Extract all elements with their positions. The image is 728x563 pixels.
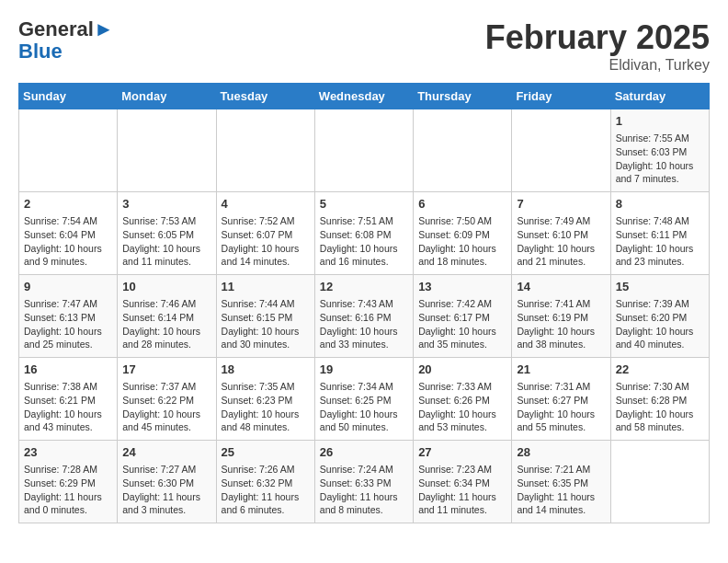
day-info: Sunrise: 7:52 AM Sunset: 6:07 PM Dayligh…	[222, 214, 310, 269]
day-number: 3	[122, 196, 210, 213]
day-number: 27	[418, 444, 506, 461]
day-number: 17	[122, 362, 210, 378]
day-cell: 1Sunrise: 7:55 AM Sunset: 6:03 PM Daylig…	[610, 109, 709, 192]
day-info: Sunrise: 7:41 AM Sunset: 6:19 PM Dayligh…	[517, 297, 605, 351]
day-info: Sunrise: 7:34 AM Sunset: 6:25 PM Dayligh…	[320, 380, 408, 434]
day-info: Sunrise: 7:21 AM Sunset: 6:35 PM Dayligh…	[517, 463, 605, 517]
day-info: Sunrise: 7:23 AM Sunset: 6:34 PM Dayligh…	[418, 463, 506, 517]
day-cell: 19Sunrise: 7:34 AM Sunset: 6:25 PM Dayli…	[314, 358, 413, 441]
day-cell: 4Sunrise: 7:52 AM Sunset: 6:07 PM Daylig…	[216, 192, 314, 275]
day-info: Sunrise: 7:44 AM Sunset: 6:15 PM Dayligh…	[222, 297, 310, 351]
day-cell	[610, 441, 709, 523]
week-row-1: 1Sunrise: 7:55 AM Sunset: 6:03 PM Daylig…	[19, 109, 710, 192]
day-cell: 27Sunrise: 7:23 AM Sunset: 6:34 PM Dayli…	[414, 441, 512, 523]
day-cell	[512, 109, 610, 192]
day-cell: 15Sunrise: 7:39 AM Sunset: 6:20 PM Dayli…	[610, 275, 709, 358]
day-cell	[19, 109, 118, 192]
day-cell: 13Sunrise: 7:42 AM Sunset: 6:17 PM Dayli…	[414, 275, 512, 358]
day-cell: 9Sunrise: 7:47 AM Sunset: 6:13 PM Daylig…	[19, 275, 118, 358]
day-cell	[216, 109, 314, 192]
day-header-saturday: Saturday	[610, 84, 709, 109]
day-cell: 25Sunrise: 7:26 AM Sunset: 6:32 PM Dayli…	[216, 441, 314, 523]
day-info: Sunrise: 7:26 AM Sunset: 6:32 PM Dayligh…	[222, 463, 310, 517]
day-number: 12	[320, 279, 408, 295]
day-header-tuesday: Tuesday	[216, 84, 314, 109]
day-info: Sunrise: 7:27 AM Sunset: 6:30 PM Dayligh…	[122, 463, 210, 517]
day-header-sunday: Sunday	[19, 84, 118, 109]
day-info: Sunrise: 7:30 AM Sunset: 6:28 PM Dayligh…	[616, 380, 704, 434]
day-number: 15	[616, 279, 704, 295]
day-cell: 10Sunrise: 7:46 AM Sunset: 6:14 PM Dayli…	[118, 275, 216, 358]
day-number: 9	[24, 279, 112, 295]
week-row-2: 2Sunrise: 7:54 AM Sunset: 6:04 PM Daylig…	[19, 192, 710, 275]
day-number: 23	[24, 444, 112, 461]
day-info: Sunrise: 7:38 AM Sunset: 6:21 PM Dayligh…	[24, 380, 112, 434]
day-number: 11	[222, 279, 310, 295]
day-number: 25	[222, 444, 310, 461]
day-number: 24	[122, 444, 210, 461]
day-info: Sunrise: 7:55 AM Sunset: 6:03 PM Dayligh…	[616, 132, 704, 186]
day-cell: 6Sunrise: 7:50 AM Sunset: 6:09 PM Daylig…	[414, 192, 512, 275]
day-cell: 12Sunrise: 7:43 AM Sunset: 6:16 PM Dayli…	[314, 275, 413, 358]
subtitle: Eldivan, Turkey	[485, 57, 710, 74]
day-cell: 11Sunrise: 7:44 AM Sunset: 6:15 PM Dayli…	[216, 275, 314, 358]
week-row-4: 16Sunrise: 7:38 AM Sunset: 6:21 PM Dayli…	[19, 358, 710, 441]
day-cell	[414, 109, 512, 192]
logo-text: General► Blue	[18, 18, 114, 63]
day-number: 14	[517, 279, 605, 295]
day-number: 22	[616, 362, 704, 378]
day-info: Sunrise: 7:37 AM Sunset: 6:22 PM Dayligh…	[122, 380, 210, 434]
day-cell: 18Sunrise: 7:35 AM Sunset: 6:23 PM Dayli…	[216, 358, 314, 441]
week-row-5: 23Sunrise: 7:28 AM Sunset: 6:29 PM Dayli…	[19, 441, 710, 523]
day-info: Sunrise: 7:51 AM Sunset: 6:08 PM Dayligh…	[320, 214, 408, 269]
day-cell: 14Sunrise: 7:41 AM Sunset: 6:19 PM Dayli…	[512, 275, 610, 358]
day-cell	[314, 109, 413, 192]
day-cell: 3Sunrise: 7:53 AM Sunset: 6:05 PM Daylig…	[118, 192, 216, 275]
day-cell: 23Sunrise: 7:28 AM Sunset: 6:29 PM Dayli…	[19, 441, 118, 523]
day-cell: 16Sunrise: 7:38 AM Sunset: 6:21 PM Dayli…	[19, 358, 118, 441]
day-cell: 7Sunrise: 7:49 AM Sunset: 6:10 PM Daylig…	[512, 192, 610, 275]
day-info: Sunrise: 7:53 AM Sunset: 6:05 PM Dayligh…	[122, 214, 210, 269]
day-number: 16	[24, 362, 112, 378]
header-row: SundayMondayTuesdayWednesdayThursdayFrid…	[19, 84, 710, 109]
day-info: Sunrise: 7:31 AM Sunset: 6:27 PM Dayligh…	[517, 380, 605, 434]
day-cell: 5Sunrise: 7:51 AM Sunset: 6:08 PM Daylig…	[314, 192, 413, 275]
day-number: 20	[418, 362, 506, 378]
day-number: 4	[222, 196, 310, 213]
day-cell: 2Sunrise: 7:54 AM Sunset: 6:04 PM Daylig…	[19, 192, 118, 275]
day-info: Sunrise: 7:46 AM Sunset: 6:14 PM Dayligh…	[122, 297, 210, 351]
day-info: Sunrise: 7:48 AM Sunset: 6:11 PM Dayligh…	[616, 214, 704, 269]
day-info: Sunrise: 7:24 AM Sunset: 6:33 PM Dayligh…	[320, 463, 408, 517]
day-number: 5	[320, 196, 408, 213]
day-number: 26	[320, 444, 408, 461]
day-number: 18	[222, 362, 310, 378]
day-header-wednesday: Wednesday	[314, 84, 413, 109]
day-info: Sunrise: 7:39 AM Sunset: 6:20 PM Dayligh…	[616, 297, 704, 351]
day-cell: 8Sunrise: 7:48 AM Sunset: 6:11 PM Daylig…	[610, 192, 709, 275]
week-row-3: 9Sunrise: 7:47 AM Sunset: 6:13 PM Daylig…	[19, 275, 710, 358]
day-number: 2	[24, 196, 112, 213]
day-header-friday: Friday	[512, 84, 610, 109]
day-info: Sunrise: 7:49 AM Sunset: 6:10 PM Dayligh…	[517, 214, 605, 269]
day-header-thursday: Thursday	[414, 84, 512, 109]
day-info: Sunrise: 7:33 AM Sunset: 6:26 PM Dayligh…	[418, 380, 506, 434]
day-number: 28	[517, 444, 605, 461]
main-title: February 2025	[485, 18, 710, 57]
day-cell: 17Sunrise: 7:37 AM Sunset: 6:22 PM Dayli…	[118, 358, 216, 441]
day-cell: 22Sunrise: 7:30 AM Sunset: 6:28 PM Dayli…	[610, 358, 709, 441]
page-header: General► Blue February 2025 Eldivan, Tur…	[18, 18, 710, 74]
day-cell: 24Sunrise: 7:27 AM Sunset: 6:30 PM Dayli…	[118, 441, 216, 523]
logo: General► Blue	[18, 18, 114, 63]
day-number: 13	[418, 279, 506, 295]
calendar-table: SundayMondayTuesdayWednesdayThursdayFrid…	[18, 83, 710, 523]
day-number: 7	[517, 196, 605, 213]
day-number: 6	[418, 196, 506, 213]
day-info: Sunrise: 7:42 AM Sunset: 6:17 PM Dayligh…	[418, 297, 506, 351]
day-number: 21	[517, 362, 605, 378]
title-block: February 2025 Eldivan, Turkey	[485, 18, 710, 74]
day-number: 10	[122, 279, 210, 295]
day-number: 1	[616, 113, 704, 130]
day-cell: 21Sunrise: 7:31 AM Sunset: 6:27 PM Dayli…	[512, 358, 610, 441]
day-info: Sunrise: 7:35 AM Sunset: 6:23 PM Dayligh…	[222, 380, 310, 434]
day-cell	[118, 109, 216, 192]
